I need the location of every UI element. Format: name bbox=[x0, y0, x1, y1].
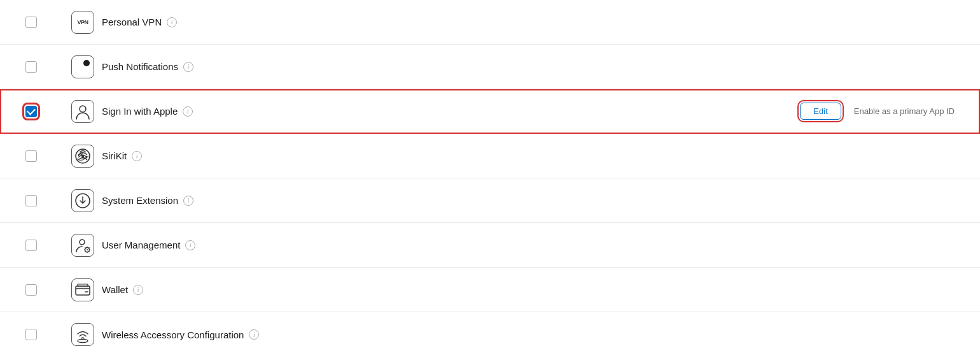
info-icon-wallet[interactable]: i bbox=[133, 285, 143, 295]
capability-name-wireless-accessory: Wireless Accessory Configuration bbox=[102, 329, 244, 340]
icon-area-wallet bbox=[64, 278, 102, 301]
user-management-icon bbox=[71, 234, 94, 257]
capability-label-wireless-accessory: Wireless Accessory Configurationi bbox=[102, 329, 955, 340]
sirikit-icon bbox=[71, 145, 94, 168]
checkbox-area-user-management bbox=[25, 240, 64, 251]
checkbox-area-sign-in-with-apple bbox=[25, 106, 64, 117]
capability-label-wallet: Walleti bbox=[102, 284, 955, 295]
checkbox-area-wireless-accessory bbox=[25, 329, 64, 340]
checkbox-push-notifications[interactable] bbox=[25, 61, 37, 73]
checkbox-personal-vpn[interactable] bbox=[25, 17, 37, 28]
svg-point-17 bbox=[78, 340, 88, 343]
checkbox-area-wallet bbox=[25, 284, 64, 296]
icon-area-user-management bbox=[64, 234, 102, 257]
svg-point-6 bbox=[87, 249, 88, 250]
capability-row-system-extension: System Extensioni bbox=[0, 178, 980, 223]
checkbox-area-sirikit bbox=[25, 150, 64, 162]
icon-area-system-extension bbox=[64, 189, 102, 212]
vpn-icon: VPN bbox=[71, 11, 94, 34]
checkbox-system-extension[interactable] bbox=[25, 195, 37, 206]
checkbox-area-personal-vpn bbox=[25, 17, 64, 28]
sign-in-apple-icon bbox=[71, 100, 94, 123]
capability-name-sign-in-with-apple: Sign In with Apple bbox=[102, 106, 178, 117]
svg-line-11 bbox=[85, 247, 85, 248]
icon-area-wireless-accessory bbox=[64, 323, 102, 346]
icon-area-push-notifications bbox=[64, 55, 102, 78]
checkbox-area-system-extension bbox=[25, 195, 64, 206]
checkbox-wallet[interactable] bbox=[25, 284, 37, 296]
capability-name-push-notifications: Push Notifications bbox=[102, 61, 178, 72]
capability-name-sirikit: SiriKit bbox=[102, 150, 127, 161]
wireless-icon bbox=[71, 323, 94, 346]
capability-row-sirikit: SiriKiti bbox=[0, 134, 980, 178]
capability-row-sign-in-with-apple: Sign In with AppleiEditEnable as a prima… bbox=[0, 89, 980, 134]
info-icon-personal-vpn[interactable]: i bbox=[167, 17, 177, 27]
checkbox-wireless-accessory[interactable] bbox=[25, 329, 37, 340]
capability-row-personal-vpn: VPNPersonal VPNi bbox=[0, 0, 980, 45]
capability-list: VPNPersonal VPNi Push Notificationsi Sig… bbox=[0, 0, 980, 357]
svg-rect-15 bbox=[76, 286, 90, 295]
capability-label-personal-vpn: Personal VPNi bbox=[102, 17, 955, 27]
capability-name-personal-vpn: Personal VPN bbox=[102, 17, 162, 27]
checkbox-sirikit[interactable] bbox=[25, 150, 37, 162]
info-icon-sign-in-with-apple[interactable]: i bbox=[183, 106, 193, 117]
capability-row-wireless-accessory: Wireless Accessory Configurationi bbox=[0, 312, 980, 357]
svg-line-13 bbox=[89, 247, 90, 248]
capability-label-user-management: User Managementi bbox=[102, 240, 955, 250]
info-icon-user-management[interactable]: i bbox=[185, 240, 195, 250]
checkbox-user-management[interactable] bbox=[25, 240, 37, 251]
svg-point-0 bbox=[80, 106, 86, 112]
svg-point-4 bbox=[80, 240, 85, 245]
push-notifications-icon bbox=[71, 55, 94, 78]
enable-text-sign-in-with-apple: Enable as a primary App ID bbox=[854, 106, 955, 116]
capability-name-system-extension: System Extension bbox=[102, 195, 178, 206]
icon-area-sign-in-with-apple bbox=[64, 100, 102, 123]
edit-button-sign-in-with-apple[interactable]: Edit bbox=[800, 103, 841, 120]
info-icon-system-extension[interactable]: i bbox=[183, 196, 193, 206]
capability-label-sign-in-with-apple: Sign In with Applei bbox=[102, 106, 800, 117]
capability-name-user-management: User Management bbox=[102, 240, 180, 250]
wallet-icon bbox=[71, 278, 94, 301]
icon-area-personal-vpn: VPN bbox=[64, 11, 102, 34]
capability-label-system-extension: System Extensioni bbox=[102, 195, 955, 206]
svg-line-12 bbox=[89, 251, 90, 252]
icon-area-sirikit bbox=[64, 145, 102, 168]
capability-row-user-management: User Managementi bbox=[0, 223, 980, 268]
info-icon-wireless-accessory[interactable]: i bbox=[249, 329, 259, 340]
checkbox-area-push-notifications bbox=[25, 61, 64, 73]
capability-row-push-notifications: Push Notificationsi bbox=[0, 45, 980, 89]
checkbox-sign-in-with-apple[interactable] bbox=[25, 106, 37, 117]
info-icon-sirikit[interactable]: i bbox=[132, 151, 142, 161]
capability-row-wallet: Walleti bbox=[0, 268, 980, 312]
system-extension-icon bbox=[71, 189, 94, 212]
capability-actions-sign-in-with-apple: EditEnable as a primary App ID bbox=[800, 103, 955, 120]
capability-name-wallet: Wallet bbox=[102, 284, 128, 295]
info-icon-push-notifications[interactable]: i bbox=[183, 62, 193, 72]
svg-line-14 bbox=[85, 251, 85, 252]
capability-label-sirikit: SiriKiti bbox=[102, 150, 955, 161]
capability-label-push-notifications: Push Notificationsi bbox=[102, 61, 955, 72]
